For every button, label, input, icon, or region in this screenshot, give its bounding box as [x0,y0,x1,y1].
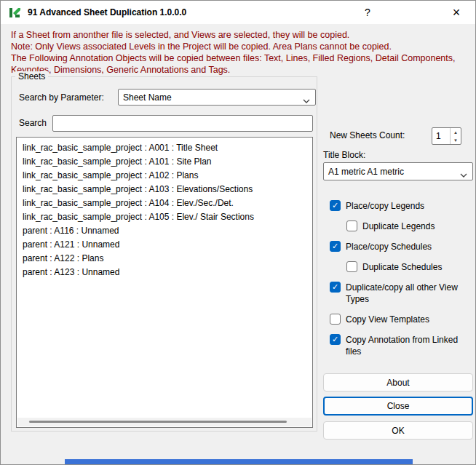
checkbox-place-copy-schedules[interactable]: ✓Place/copy Schedules [330,241,475,253]
list-item[interactable]: link_rac_basic_sample_project : A101 : S… [17,155,312,169]
new-sheets-count-label: New Sheets Count: [330,130,405,140]
close-button[interactable]: Close [323,397,473,416]
ok-button[interactable]: OK [323,421,473,440]
sheet-list: link_rac_basic_sample_project : A001 : T… [17,138,312,279]
checkbox-unchecked-icon [346,261,357,272]
help-button[interactable]: ? [356,1,379,24]
title-block-dropdown-value: A1 metric A1 metric [328,167,404,177]
sheets-groupbox: Sheets Search by Parameter: Sheet Name S… [11,76,317,432]
chevron-down-icon [460,170,467,180]
stepper-down-icon[interactable]: ▼ [451,136,461,144]
stepper-buttons: ▲ ▼ [450,128,461,144]
checkbox-unchecked-icon [330,314,341,325]
checkbox-label: Copy Annotation from Linked files [346,334,464,357]
checkbox-checked-icon: ✓ [330,200,341,211]
list-item[interactable]: link_rac_basic_sample_project : A103 : E… [17,183,312,196]
scrollbar-thumb[interactable] [29,421,287,423]
search-input[interactable] [52,115,313,132]
checkbox-label: Copy View Templates [346,314,464,325]
app-logo-icon [9,7,21,19]
window-close-button[interactable]: × [442,1,471,24]
checkbox-checked-icon: ✓ [330,334,341,345]
list-item[interactable]: link_rac_basic_sample_project : A102 : P… [17,169,312,183]
sheet-listbox[interactable]: link_rac_basic_sample_project : A001 : T… [16,137,313,428]
about-button[interactable]: About [323,373,473,392]
checkbox-label: Place/copy Legends [346,200,464,212]
note-line-3: The Following Annotation Objects will be… [11,52,471,76]
sheets-groupbox-title: Sheets [15,71,48,82]
parameter-dropdown-value: Sheet Name [123,92,172,103]
list-item[interactable]: parent : A116 : Unnamed [17,224,312,238]
checkbox-copy-view-templates[interactable]: Copy View Templates [330,314,475,325]
checkbox-label: Duplicate Legends [362,220,475,232]
checkbox-place-copy-legends[interactable]: ✓Place/copy Legends [330,200,475,212]
title-block-label: Title Block: [323,150,365,160]
parameter-dropdown[interactable]: Sheet Name [118,89,316,106]
new-sheets-count-stepper[interactable]: 1 ▲ ▼ [432,127,461,145]
list-item[interactable]: parent : A122 : Plans [17,252,312,266]
checkbox-checked-icon: ✓ [330,282,341,293]
list-item[interactable]: link_rac_basic_sample_project : A105 : E… [17,210,312,224]
window-title: 91 Advanced Sheet Duplication 1.0.0.0 [28,7,186,17]
dialog-window: 91 Advanced Sheet Duplication 1.0.0.0 ? … [0,0,476,465]
titlebar: 91 Advanced Sheet Duplication 1.0.0.0 ? … [1,1,475,24]
title-block-dropdown[interactable]: A1 metric A1 metric [323,162,473,180]
list-item[interactable]: parent : A121 : Unnamed [17,238,312,252]
checkbox-checked-icon: ✓ [330,241,341,252]
checkbox-unchecked-icon [346,220,357,231]
warning-notes: If a Sheet from anonther file is selecte… [11,29,471,76]
search-by-parameter-label: Search by Parameter: [19,92,104,103]
note-line-2: Note: Only Views associated Levels in th… [11,41,471,52]
checkbox-label: Duplicate/copy all other View Types [346,282,464,305]
list-item[interactable]: parent : A123 : Unnamed [17,266,312,279]
stepper-up-icon[interactable]: ▲ [451,128,461,136]
new-sheets-count-value: 1 [432,131,450,141]
search-label: Search [19,118,47,128]
checkbox-group: ✓Place/copy LegendsDuplicate Legends✓Pla… [330,200,475,357]
checkbox-duplicate-copy-all-other-view-types[interactable]: ✓Duplicate/copy all other View Types [330,282,475,305]
chevron-down-icon [303,95,310,106]
checkbox-duplicate-schedules[interactable]: Duplicate Schedules [346,261,475,273]
checkbox-duplicate-legends[interactable]: Duplicate Legends [346,220,475,232]
note-line-1: If a Sheet from anonther file is selecte… [11,29,471,41]
horizontal-scrollbar[interactable] [17,418,312,426]
checkbox-label: Duplicate Schedules [362,261,475,273]
checkbox-label: Place/copy Schedules [346,241,464,253]
list-item[interactable]: link_rac_basic_sample_project : A001 : T… [17,141,312,155]
background-window-strip [65,459,413,465]
checkbox-copy-annotation-from-linked-files[interactable]: ✓Copy Annotation from Linked files [330,334,475,357]
list-item[interactable]: link_rac_basic_sample_project : A104 : E… [17,196,312,210]
